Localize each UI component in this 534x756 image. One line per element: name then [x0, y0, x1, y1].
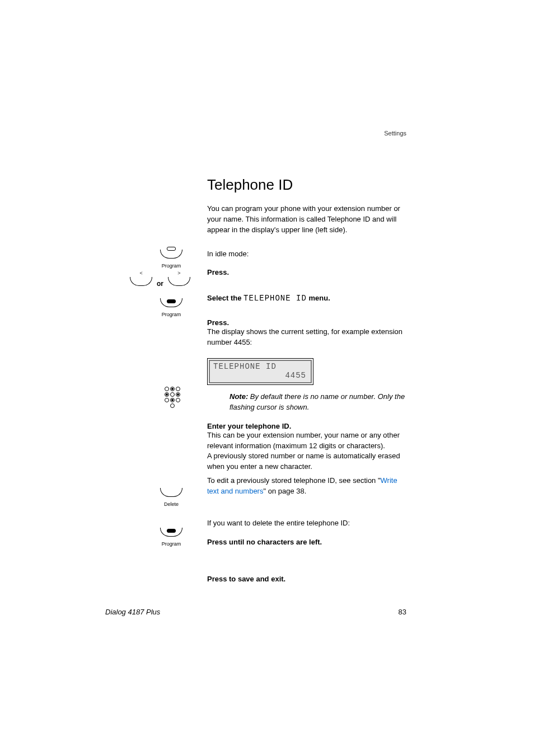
- step-enter-id: Enter your telephone ID. This can be you…: [207, 422, 406, 497]
- step-label: Press until no characters are left.: [207, 538, 322, 546]
- program-button-icon-1: Program: [154, 250, 188, 269]
- step-save: Press to save and exit.: [207, 574, 406, 584]
- note-block: Note: By default there is no name or num…: [229, 392, 406, 413]
- intro-paragraph: You can program your phone with your ext…: [207, 204, 406, 236]
- step-desc-2: A previously stored number or name is au…: [207, 451, 406, 472]
- edit-suffix: " on page 38.: [263, 487, 306, 495]
- step-edit-link-line: To edit a previously stored telephone ID…: [207, 476, 406, 497]
- page-title: Telephone ID: [207, 176, 406, 194]
- delete-intro: If you want to delete the entire telepho…: [207, 518, 406, 529]
- icon-caption: Program: [154, 312, 188, 317]
- right-button-icon: [168, 277, 190, 286]
- step-desc: The display shows the current setting, f…: [207, 327, 406, 348]
- display-line-1: TELEPHONE ID: [213, 362, 277, 371]
- or-separator: or: [157, 280, 163, 288]
- step-label-suffix: menu.: [307, 294, 330, 302]
- step-press-2: Press. The display shows the current set…: [207, 318, 406, 348]
- keypad-icon: [158, 386, 186, 411]
- icon-caption: Program: [154, 263, 188, 269]
- page-footer: Dialog 4187 Plus 83: [105, 608, 406, 616]
- step-press-1: Press.: [207, 267, 406, 277]
- step-label: Press.: [207, 268, 229, 276]
- button-icon: [160, 250, 182, 259]
- edit-prefix: To edit a previously stored telephone ID…: [207, 476, 381, 485]
- right-arrow-label: >: [177, 270, 180, 276]
- step-delete: Press until no characters are left.: [207, 537, 406, 547]
- step-label: Press.: [207, 318, 406, 327]
- button-icon: [160, 488, 182, 497]
- step-label: Press to save and exit.: [207, 575, 285, 583]
- phone-display: TELEPHONE ID 4455: [207, 358, 313, 385]
- footer-page-number: 83: [399, 608, 406, 616]
- main-content: Telephone ID You can program your phone …: [207, 176, 406, 594]
- step-select-menu: Select the TELEPHONE ID menu.: [207, 293, 406, 303]
- display-line-2: 4455: [285, 371, 306, 380]
- step-label-prefix: Select the: [207, 294, 243, 302]
- button-icon: [160, 528, 182, 537]
- idle-mode-text: In idle mode:: [207, 249, 406, 260]
- note-text: By default there is no name or number. O…: [229, 392, 405, 411]
- keypad-grid: [164, 386, 181, 408]
- delete-button-icon: Delete: [154, 488, 188, 507]
- page-container: Settings Program < or > Program: [0, 0, 534, 756]
- note-label: Note:: [229, 392, 248, 401]
- step-desc-1: This can be your extension number, your …: [207, 430, 406, 452]
- icon-caption: Program: [154, 541, 188, 547]
- button-icon: [160, 298, 182, 307]
- icon-caption: Delete: [154, 501, 188, 507]
- program-button-icon-3: Program: [154, 528, 188, 547]
- left-arrow-label: <: [140, 270, 143, 276]
- menu-name-mono: TELEPHONE ID: [243, 294, 307, 303]
- step-label: Enter your telephone ID.: [207, 422, 406, 430]
- left-button-icon: [130, 277, 152, 286]
- footer-model: Dialog 4187 Plus: [105, 608, 160, 616]
- header-section-label: Settings: [384, 130, 406, 137]
- phone-display-inner: TELEPHONE ID 4455: [209, 360, 312, 383]
- program-button-icon-2: Program: [154, 298, 188, 317]
- arrow-buttons-icon: < or >: [115, 277, 205, 288]
